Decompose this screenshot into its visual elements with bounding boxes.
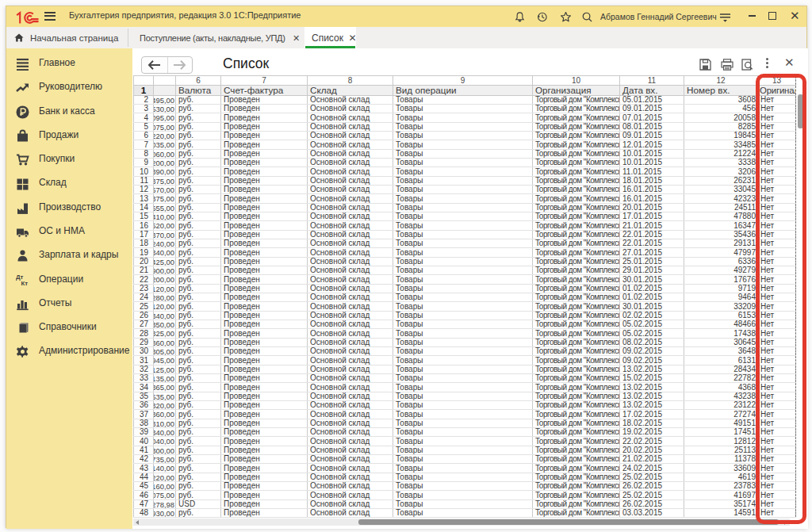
svg-text:Кт: Кт [21,280,29,287]
